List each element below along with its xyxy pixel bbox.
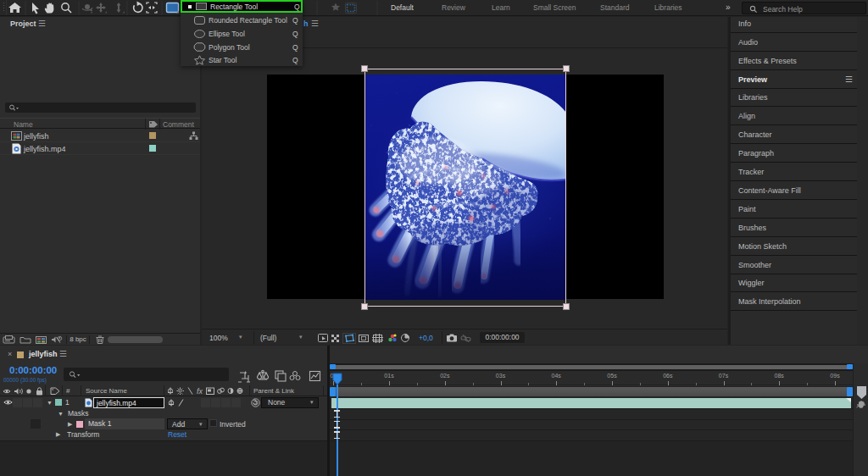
svg-text:fx: fx [197, 387, 203, 396]
